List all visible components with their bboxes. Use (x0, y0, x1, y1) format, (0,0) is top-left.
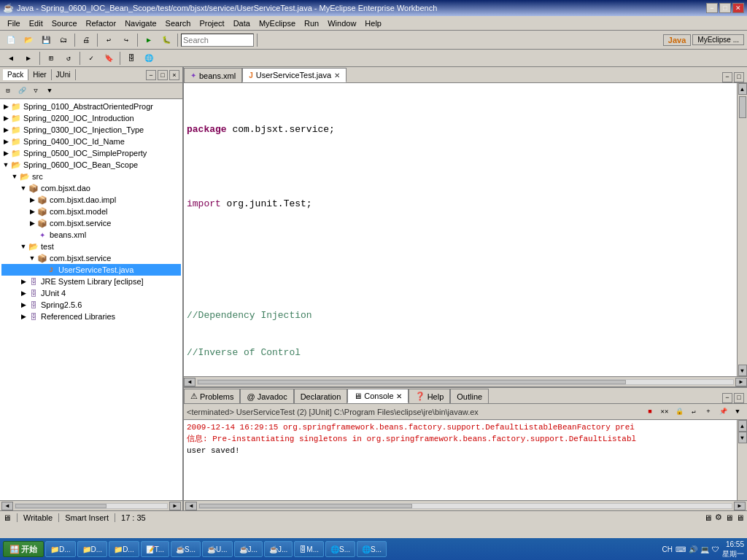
back-button[interactable]: ◀ (3, 50, 19, 66)
console-scroll-up[interactable]: ▲ (738, 420, 747, 432)
tab-outline[interactable]: Outline (450, 389, 489, 403)
close-panel-button[interactable]: × (169, 70, 179, 80)
menu-data[interactable]: Data (229, 18, 255, 29)
collapse-all-button[interactable]: ⊟ (1, 85, 15, 98)
scroll-down-button[interactable]: ▼ (738, 365, 747, 376)
console-scrollbar-thumb-h[interactable] (199, 504, 412, 508)
tree-item-test[interactable]: ▼ 📂 test (1, 241, 181, 252)
tab-help[interactable]: ❓ Help (409, 389, 451, 403)
scroll-up-button[interactable]: ▲ (738, 83, 747, 95)
new-console-button[interactable]: + (702, 405, 715, 419)
menu-edit[interactable]: Edit (25, 18, 47, 29)
scrollbar-thumb[interactable] (15, 504, 107, 508)
editor-scroll-left-button[interactable]: ◀ (184, 378, 196, 386)
start-button[interactable]: 🪟 开始 (3, 541, 44, 557)
scrollbar-thumb-v[interactable] (739, 96, 746, 118)
console-menu-button[interactable]: ▼ (731, 405, 744, 419)
remove-all-terminated[interactable]: ✕✕ (658, 405, 671, 419)
editor-minimize-button[interactable]: − (722, 72, 732, 82)
tab-juni[interactable]: JUni (52, 69, 76, 80)
menu-source[interactable]: Source (47, 18, 82, 29)
taskbar-item-10[interactable]: 🌐 S... (325, 541, 355, 557)
terminate-button[interactable]: ■ (643, 405, 657, 419)
scroll-left-button[interactable]: ◀ (1, 502, 13, 510)
scroll-lock-button[interactable]: 🔒 (673, 405, 686, 419)
tab-beans-xml[interactable]: ✦ beans.xml (184, 68, 242, 82)
tree-item-beansxml[interactable]: ✦ beans.xml (1, 229, 181, 241)
menu-run[interactable]: Run (300, 18, 323, 29)
editor-scrollbar-v[interactable]: ▲ ▼ (737, 83, 747, 376)
db-button[interactable]: 🗄 (123, 50, 139, 66)
bookmark-button[interactable]: 🔖 (101, 50, 117, 66)
editor-scroll-right-button[interactable]: ▶ (735, 378, 747, 386)
taskbar-item-2[interactable]: 📁 D... (77, 541, 108, 557)
code-editor[interactable]: package com.bjsxt.service; import org.ju… (184, 83, 737, 376)
left-panel-scrollbar-h[interactable]: ◀ ▶ (0, 500, 182, 510)
menu-navigate[interactable]: Navigate (120, 18, 160, 29)
minimize-panel-button[interactable]: − (146, 70, 156, 80)
tree-item-spring0600[interactable]: ▼ 📂 Spring_0600_IOC_Bean_Scope (1, 159, 181, 171)
tab-problems[interactable]: ⚠ Problems (184, 389, 240, 403)
tree-item-spring0500[interactable]: ▶ 📁 Spring_0500_IOC_SimpleProperty (1, 147, 181, 159)
filter-button[interactable]: ▽ (29, 85, 42, 98)
tree-item-junit4[interactable]: ▶ 🗄 JUnit 4 (1, 287, 181, 299)
close-button[interactable]: ✕ (732, 3, 744, 13)
save-button[interactable]: 💾 (38, 32, 54, 48)
search-input[interactable] (181, 34, 254, 47)
menu-search[interactable]: Search (161, 18, 196, 29)
tree-item-dao[interactable]: ▼ 📦 com.bjsxt.dao (1, 182, 181, 194)
menu-panel-button[interactable]: ▼ (43, 85, 56, 98)
editor-maximize-button[interactable]: □ (734, 72, 744, 82)
console-tab-close[interactable]: ✕ (396, 392, 402, 400)
tree-item-service-test[interactable]: ▼ 📦 com.bjsxt.service (1, 252, 181, 264)
editor-scrollbar-thumb-h[interactable] (198, 380, 626, 384)
pin-console-button[interactable]: 📌 (716, 405, 729, 419)
tab-hier[interactable]: Hier (28, 69, 51, 80)
tree-item-userservicetest[interactable]: J UserServiceTest.java (1, 264, 181, 276)
run-button[interactable]: ▶ (141, 32, 157, 48)
tree-item-spring0300[interactable]: ▶ 📁 Spring_0300_IOC_Injection_Type (1, 124, 181, 136)
tree-item-spring256[interactable]: ▶ 🗄 Spring2.5.6 (1, 299, 181, 311)
tree-item-spring0200[interactable]: ▶ 📁 Spring_0200_IOC_Introduction (1, 112, 181, 124)
tab-pack[interactable]: Pack (3, 69, 28, 80)
hierarchy-button[interactable]: ⊞ (43, 50, 59, 66)
tree-item-service-src[interactable]: ▶ 📦 com.bjsxt.service (1, 217, 181, 229)
tab-javadoc[interactable]: @ Javadoc (240, 389, 293, 403)
menu-help[interactable]: Help (360, 18, 386, 29)
menu-refactor[interactable]: Refactor (82, 18, 121, 29)
tree-item-spring0400[interactable]: ▶ 📁 Spring_0400_IOC_Id_Name (1, 136, 181, 147)
taskbar-item-9[interactable]: 🗄 M... (294, 541, 324, 557)
tree-item-reflibs[interactable]: ▶ 🗄 Referenced Libraries (1, 311, 181, 322)
maximize-panel-button[interactable]: □ (158, 70, 168, 80)
tab-close-icon[interactable]: ✕ (334, 71, 340, 79)
console-scrollbar-v[interactable]: ▲ ▼ (737, 420, 747, 500)
menu-project[interactable]: Project (195, 18, 228, 29)
console-scroll-left[interactable]: ◀ (185, 502, 197, 510)
taskbar-item-8[interactable]: ☕ J... (264, 541, 293, 557)
taskbar-item-5[interactable]: ☕ S... (171, 541, 201, 557)
tree-item-src[interactable]: ▼ 📂 src (1, 171, 181, 182)
taskbar-item-1[interactable]: 📁 D... (45, 541, 76, 557)
debug-button[interactable]: 🐛 (158, 32, 174, 48)
globe-button[interactable]: 🌐 (141, 50, 157, 66)
scroll-right-button[interactable]: ▶ (169, 502, 181, 510)
menu-myeclipse[interactable]: MyEclipse (255, 18, 300, 29)
taskbar-item-3[interactable]: 📁 D... (109, 541, 139, 557)
task-button[interactable]: ✓ (83, 50, 99, 66)
save-all-button[interactable]: 🗂 (55, 32, 71, 48)
editor-scrollbar-h[interactable]: ◀ ▶ (184, 376, 747, 386)
bottom-maximize-button[interactable]: □ (734, 393, 744, 403)
print-button[interactable]: 🖨 (78, 32, 94, 48)
maximize-button[interactable]: □ (719, 3, 731, 13)
console-scrollbar-h[interactable]: ◀ ▶ (184, 500, 747, 510)
tree-item-spring0100[interactable]: ▶ 📁 Spring_0100_AbstractOrientedProgr (1, 101, 181, 112)
taskbar-item-4[interactable]: 📝 T... (141, 541, 169, 557)
tree-item-model[interactable]: ▶ 📦 com.bjsxt.model (1, 206, 181, 217)
tab-userservicetest[interactable]: J UserServiceTest.java ✕ (242, 68, 347, 82)
menu-window[interactable]: Window (323, 18, 360, 29)
refresh-button[interactable]: ↺ (61, 50, 77, 66)
word-wrap-button[interactable]: ↵ (687, 405, 700, 419)
bottom-minimize-button[interactable]: − (722, 393, 732, 403)
open-button[interactable]: 📂 (20, 32, 36, 48)
minimize-button[interactable]: − (706, 3, 718, 13)
